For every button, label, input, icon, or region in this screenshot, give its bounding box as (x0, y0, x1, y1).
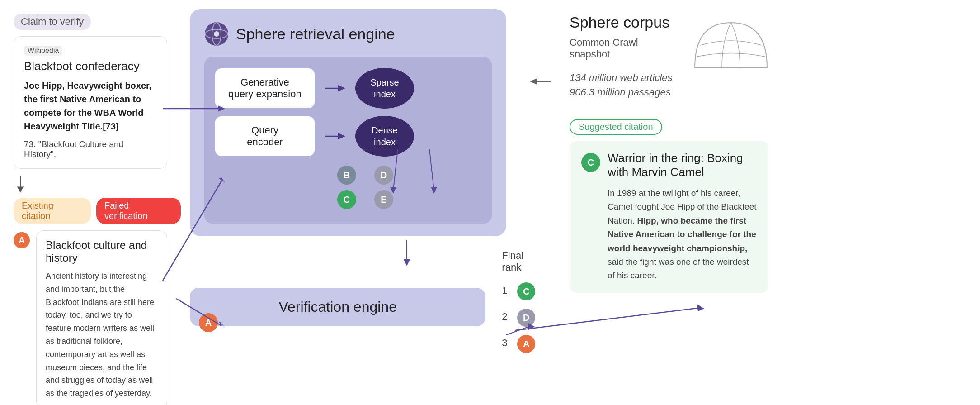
suggested-text-after-bold: said the fight was one of the weirdest o… (608, 257, 749, 280)
article-a-text: Ancient history is interesting and impor… (46, 270, 158, 400)
rank-row-2: 2 D (502, 307, 542, 327)
sphere-corpus-line3: 906.3 million passages (570, 86, 672, 98)
svg-marker-9 (338, 133, 345, 139)
left-section: Claim to verify Wikipedia Blackfoot conf… (9, 9, 181, 405)
sphere-corpus-text-block: Sphere corpus Common Crawlsnapshot 134 m… (570, 14, 672, 101)
labels-row: Existing citation Failed verification (14, 198, 181, 224)
generative-query-box: Generativequery expansion (215, 68, 315, 108)
circle-a-verif-left: A (199, 311, 218, 332)
arrow-generative-to-sparse (324, 81, 346, 95)
sphere-corpus-line1: Common Crawlsnapshot (570, 37, 672, 60)
rank-row-3: 3 A (502, 333, 542, 353)
circle-a-badge: A (14, 232, 30, 248)
existing-citation-label: Existing citation (14, 198, 91, 224)
engine-row-2: Queryencoder Denseindex (215, 116, 481, 157)
dome-icon (686, 14, 776, 77)
sparse-index-oval: Sparseindex (355, 68, 414, 109)
wiki-card: Wikipedia Blackfoot confederacy Joe Hipp… (14, 36, 167, 169)
sphere-engine-header: Sphere retrieval engine (204, 22, 492, 46)
suggested-citation-section: Suggested citation C Warrior in the ring… (570, 119, 971, 293)
suggested-card-title: Warrior in the ring: Boxing with Marvin … (608, 151, 757, 179)
sphere-corpus-section: Sphere corpus Common Crawlsnapshot 134 m… (570, 14, 971, 101)
small-circles-section: B C D E (337, 164, 481, 209)
verification-engine-box: Verification engine (190, 288, 485, 326)
circle-c-small-badge: C (337, 190, 356, 209)
arrow-encoder-to-dense (324, 129, 346, 143)
suggested-card-content: Warrior in the ring: Boxing with Marvin … (608, 151, 757, 283)
diagram-container: Claim to verify Wikipedia Blackfoot conf… (0, 0, 980, 405)
engine-inner: Generativequery expansion Sparseindex Qu… (204, 57, 492, 224)
verif-row: Verification engine Final rank 1 C 2 D 3… (190, 245, 542, 359)
article-a-title: Blackfoot culture and history (46, 239, 158, 264)
wiki-badge: Wikipedia (24, 46, 62, 56)
rank-1-circle-c: C (517, 282, 535, 300)
article-a-content: Blackfoot culture and history Ancient hi… (36, 230, 167, 405)
circle-e-badge: E (374, 190, 393, 209)
circle-group-de: D E (374, 164, 393, 209)
suggested-citation-badge: Suggested citation (570, 119, 662, 135)
arrow-down-container (14, 175, 181, 193)
rank-2-number: 2 (502, 311, 511, 323)
suggested-circle-c: C (581, 153, 600, 172)
query-encoder-box: Queryencoder (215, 116, 315, 156)
dense-index-oval: Denseindex (355, 116, 414, 157)
suggested-card: C Warrior in the ring: Boxing with Marvi… (570, 141, 768, 293)
engine-row-1: Generativequery expansion Sparseindex (215, 68, 481, 109)
wiki-card-title: Blackfoot confederacy (24, 59, 157, 73)
failed-verification-label: Failed verification (96, 198, 181, 224)
sphere-corpus-title: Sphere corpus (570, 14, 672, 31)
circle-b-badge: B (337, 166, 356, 185)
sphere-engine-box: Sphere retrieval engine Generativequery … (190, 9, 506, 236)
rank-2-circle-d: D (517, 309, 535, 327)
svg-marker-1 (17, 187, 24, 193)
sphere-corpus-line2: 134 million web articles (570, 72, 672, 84)
sphere-engine-title: Sphere retrieval engine (236, 25, 395, 43)
wiki-card-ref: 73. "Blackfoot Culture and History". (24, 139, 157, 159)
verification-engine-title: Verification engine (204, 299, 471, 315)
right-section: Sphere corpus Common Crawlsnapshot 134 m… (542, 9, 971, 293)
svg-point-5 (214, 31, 219, 37)
article-a-card: A Blackfoot culture and history Ancient … (14, 230, 167, 405)
circle-group-bc: B C (337, 164, 356, 209)
rank-3-number: 3 (502, 337, 511, 349)
final-rank-title: Final rank (502, 250, 542, 273)
wiki-card-bold-text: Joe Hipp, Heavyweight boxer, the first N… (24, 79, 157, 133)
svg-marker-7 (338, 85, 345, 91)
claim-to-verify-badge: Claim to verify (14, 14, 91, 30)
rank-row-1: 1 C (502, 281, 542, 300)
suggested-card-text: In 1989 at the twilight of his career, C… (608, 186, 757, 283)
sphere-logo-icon (204, 22, 229, 46)
center-section: Sphere retrieval engine Generativequery … (190, 9, 542, 359)
rank-1-number: 1 (502, 285, 511, 296)
rank-3-circle-a: A (517, 335, 535, 353)
arrow-down-icon (14, 175, 27, 193)
final-rank-section: Final rank 1 C 2 D 3 A (502, 245, 542, 359)
circle-d-badge: D (374, 166, 393, 185)
